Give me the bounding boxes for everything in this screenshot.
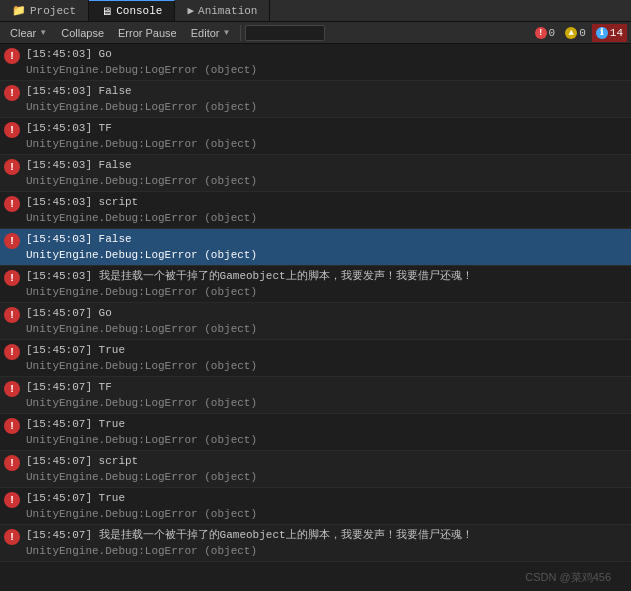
warning-count: 0 (579, 27, 586, 39)
log-main-text: [15:45:07] TF (26, 379, 627, 395)
log-main-text: [15:45:07] True (26, 490, 627, 506)
log-text: [15:45:03] GoUnityEngine.Debug:LogError … (26, 46, 627, 78)
log-text: [15:45:07] TFUnityEngine.Debug:LogError … (26, 379, 627, 411)
clear-label: Clear (10, 27, 36, 39)
log-main-text: [15:45:07] True (26, 342, 627, 358)
error-icon: ! (4, 270, 20, 286)
editor-button[interactable]: Editor ▼ (185, 24, 237, 42)
log-item[interactable]: ![15:45:03] FalseUnityEngine.Debug:LogEr… (0, 229, 631, 266)
console-icon: 🖥 (101, 5, 112, 18)
log-item[interactable]: ![15:45:07] scriptUnityEngine.Debug:LogE… (0, 451, 631, 488)
log-item[interactable]: ![15:45:07] GoUnityEngine.Debug:LogError… (0, 303, 631, 340)
log-sub-text: UnityEngine.Debug:LogError (object) (26, 99, 627, 115)
log-item[interactable]: ![15:45:07] TFUnityEngine.Debug:LogError… (0, 377, 631, 414)
log-sub-text: UnityEngine.Debug:LogError (object) (26, 62, 627, 78)
log-text: [15:45:03] FalseUnityEngine.Debug:LogErr… (26, 157, 627, 189)
error-icon: ! (4, 196, 20, 212)
log-main-text: [15:45:03] Go (26, 46, 627, 62)
collapse-button[interactable]: Collapse (55, 24, 110, 42)
log-main-text: [15:45:03] 我是挂载一个被干掉了的Gameobject上的脚本，我要发… (26, 268, 627, 284)
warning-status[interactable]: ▲ 0 (561, 24, 590, 42)
log-main-text: [15:45:07] Go (26, 305, 627, 321)
error-status[interactable]: ! 0 (531, 24, 560, 42)
log-main-text: [15:45:07] True (26, 416, 627, 432)
log-text: [15:45:07] TrueUnityEngine.Debug:LogErro… (26, 342, 627, 374)
log-text: [15:45:03] TFUnityEngine.Debug:LogError … (26, 120, 627, 152)
log-item[interactable]: ![15:45:03] 我是挂载一个被干掉了的Gameobject上的脚本，我要… (0, 266, 631, 303)
error-icon: ! (4, 122, 20, 138)
toolbar-right: ! 0 ▲ 0 ℹ 14 (531, 24, 627, 42)
log-list[interactable]: ![15:45:03] GoUnityEngine.Debug:LogError… (0, 44, 631, 591)
error-icon: ! (4, 492, 20, 508)
search-input[interactable] (245, 25, 325, 41)
log-main-text: [15:45:07] script (26, 453, 627, 469)
log-text: [15:45:03] 我是挂载一个被干掉了的Gameobject上的脚本，我要发… (26, 268, 627, 300)
log-sub-text: UnityEngine.Debug:LogError (object) (26, 432, 627, 448)
toolbar-divider (240, 25, 241, 41)
error-icon: ! (4, 529, 20, 545)
tab-bar: 📁 Project 🖥 Console ▶ Animation (0, 0, 631, 22)
log-item[interactable]: ![15:45:07] TrueUnityEngine.Debug:LogErr… (0, 414, 631, 451)
tab-animation-label: Animation (198, 5, 257, 17)
log-item[interactable]: ![15:45:03] TFUnityEngine.Debug:LogError… (0, 118, 631, 155)
log-text: [15:45:07] TrueUnityEngine.Debug:LogErro… (26, 490, 627, 522)
main-content: ![15:45:03] GoUnityEngine.Debug:LogError… (0, 44, 631, 591)
log-sub-text: UnityEngine.Debug:LogError (object) (26, 543, 627, 559)
error-icon: ! (4, 85, 20, 101)
log-main-text: [15:45:03] False (26, 231, 627, 247)
tab-project[interactable]: 📁 Project (0, 0, 89, 21)
watermark: CSDN @菜鸡456 (525, 570, 611, 585)
log-sub-text: UnityEngine.Debug:LogError (object) (26, 210, 627, 226)
error-pause-button[interactable]: Error Pause (112, 24, 183, 42)
error-icon: ! (4, 344, 20, 360)
log-sub-text: UnityEngine.Debug:LogError (object) (26, 506, 627, 522)
log-text: [15:45:03] FalseUnityEngine.Debug:LogErr… (26, 231, 627, 263)
error-icon: ! (4, 233, 20, 249)
log-main-text: [15:45:03] TF (26, 120, 627, 136)
log-main-text: [15:45:03] False (26, 83, 627, 99)
log-text: [15:45:03] scriptUnityEngine.Debug:LogEr… (26, 194, 627, 226)
error-icon: ! (4, 455, 20, 471)
error-icon: ! (535, 27, 547, 39)
log-sub-text: UnityEngine.Debug:LogError (object) (26, 247, 627, 263)
log-item[interactable]: ![15:45:03] GoUnityEngine.Debug:LogError… (0, 44, 631, 81)
info-icon: ℹ (596, 27, 608, 39)
clear-button[interactable]: Clear ▼ (4, 24, 53, 42)
animation-icon: ▶ (187, 4, 194, 17)
collapse-label: Collapse (61, 27, 104, 39)
log-text: [15:45:03] FalseUnityEngine.Debug:LogErr… (26, 83, 627, 115)
log-item[interactable]: ![15:45:07] TrueUnityEngine.Debug:LogErr… (0, 340, 631, 377)
log-item[interactable]: ![15:45:03] FalseUnityEngine.Debug:LogEr… (0, 81, 631, 118)
editor-label: Editor (191, 27, 220, 39)
log-main-text: [15:45:03] script (26, 194, 627, 210)
error-count: 0 (549, 27, 556, 39)
log-item[interactable]: ![15:45:07] TrueUnityEngine.Debug:LogErr… (0, 488, 631, 525)
clear-arrow-icon: ▼ (39, 28, 47, 37)
error-icon: ! (4, 48, 20, 64)
log-text: [15:45:07] GoUnityEngine.Debug:LogError … (26, 305, 627, 337)
log-main-text: [15:45:07] 我是挂载一个被干掉了的Gameobject上的脚本，我要发… (26, 527, 627, 543)
log-sub-text: UnityEngine.Debug:LogError (object) (26, 136, 627, 152)
toolbar: Clear ▼ Collapse Error Pause Editor ▼ ! … (0, 22, 631, 44)
log-sub-text: UnityEngine.Debug:LogError (object) (26, 321, 627, 337)
tab-animation[interactable]: ▶ Animation (175, 0, 270, 21)
tab-console[interactable]: 🖥 Console (89, 0, 175, 21)
warn-icon: ▲ (565, 27, 577, 39)
tab-console-label: Console (116, 5, 162, 17)
error-icon: ! (4, 159, 20, 175)
info-count: 14 (610, 27, 623, 39)
log-item[interactable]: ![15:45:03] FalseUnityEngine.Debug:LogEr… (0, 155, 631, 192)
log-item[interactable]: ![15:45:07] 我是挂载一个被干掉了的Gameobject上的脚本，我要… (0, 525, 631, 562)
error-icon: ! (4, 307, 20, 323)
tab-project-label: Project (30, 5, 76, 17)
project-icon: 📁 (12, 4, 26, 17)
log-sub-text: UnityEngine.Debug:LogError (object) (26, 284, 627, 300)
error-icon: ! (4, 381, 20, 397)
log-item[interactable]: ![15:45:03] scriptUnityEngine.Debug:LogE… (0, 192, 631, 229)
info-status[interactable]: ℹ 14 (592, 24, 627, 42)
editor-arrow-icon: ▼ (222, 28, 230, 37)
log-main-text: [15:45:03] False (26, 157, 627, 173)
log-sub-text: UnityEngine.Debug:LogError (object) (26, 358, 627, 374)
error-icon: ! (4, 418, 20, 434)
log-sub-text: UnityEngine.Debug:LogError (object) (26, 173, 627, 189)
